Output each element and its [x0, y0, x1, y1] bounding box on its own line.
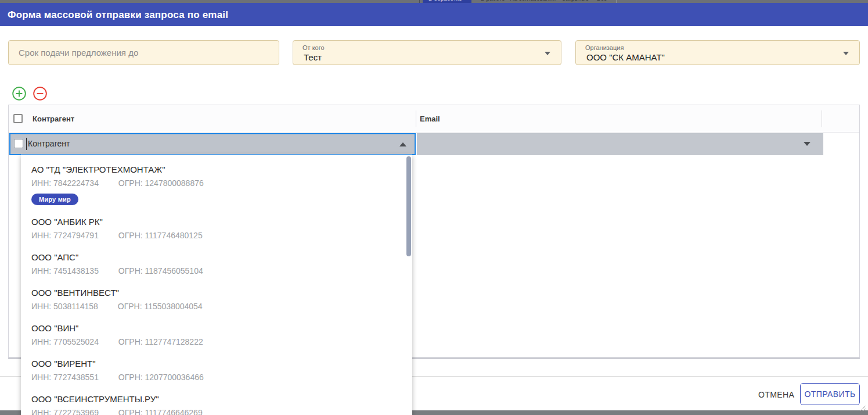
inn-value: ИНН: 7724794791 [31, 231, 99, 240]
ogrn-value: ОГРН: 1155038004054 [118, 302, 203, 311]
company-name: ООО "ВЕНТИНВЕСТ" [31, 287, 395, 298]
status-badge: Миру мир [31, 194, 78, 205]
list-item[interactable]: ООО "ВИН" ИНН: 7705525024 ОГРН: 11277471… [21, 317, 412, 352]
organization-label: Организация [585, 44, 624, 51]
page-title: Форма массовой отправки запроса по email [8, 9, 228, 21]
company-name: ООО "АНБИК РК" [31, 216, 395, 227]
chevron-down-icon[interactable] [545, 52, 550, 55]
company-name: ООО "ВСЕИНСТРУМЕНТЫ.РУ" [31, 393, 395, 405]
from-select[interactable]: От кого Тест [293, 40, 561, 65]
column-divider [416, 110, 416, 127]
remove-row-button[interactable] [33, 86, 48, 101]
list-item[interactable]: АО "ТД "ЭЛЕКТРОТЕХМОНТАЖ" ИНН: 784222473… [21, 158, 412, 210]
organization-value: ООО "СК АМАНАТ" [586, 52, 665, 62]
company-name: АО "ТД "ЭЛЕКТРОТЕХМОНТАЖ" [31, 164, 395, 175]
company-meta: ИНН: 7451438135 ОГРН: 1187456055104 [31, 266, 395, 276]
select-all-checkbox[interactable] [13, 114, 23, 123]
list-item[interactable]: ООО "ВИРЕНТ" ИНН: 7727438551 ОГРН: 12077… [21, 352, 412, 388]
list-item[interactable]: ООО "АНБИК РК" ИНН: 7724794791 ОГРН: 111… [21, 210, 412, 246]
ogrn-value: ОГРН: 1127747128222 [118, 337, 203, 346]
dropdown-scrollbar-thumb[interactable] [406, 156, 411, 256]
ogrn-value: ОГРН: 1117746646269 [118, 408, 203, 415]
row-checkbox[interactable] [14, 139, 23, 148]
company-meta: ИНН: 7724794791 ОГРН: 1117746480125 [31, 230, 395, 241]
company-meta: ИНН: 7842224734 ОГРН: 1247800088876 [31, 178, 395, 188]
inn-value: ИНН: 7451438135 [31, 266, 99, 276]
list-item[interactable]: ООО "ВСЕИНСТРУМЕНТЫ.РУ" ИНН: 7722753969 … [21, 388, 412, 415]
company-meta: ИНН: 7722753969 ОГРН: 1117746646269 [31, 407, 395, 415]
company-name: ООО "АПС" [31, 252, 395, 263]
company-meta: ИНН: 5038114158 ОГРН: 1155038004054 [31, 301, 395, 312]
deadline-field[interactable]: Срок подачи предложения до [8, 40, 279, 65]
mass-email-request-dialog: В обработке В работе На согласовании Зак… [0, 0, 868, 415]
ogrn-value: ОГРН: 1187456055104 [118, 266, 203, 276]
tab-separator [419, 0, 420, 3]
tab-separator [617, 0, 617, 3]
list-item[interactable]: ООО "АПС" ИНН: 7451438135 ОГРН: 11874560… [21, 246, 412, 281]
ogrn-value: ОГРН: 1117746480125 [118, 231, 203, 240]
resize-handle[interactable] [858, 403, 866, 412]
company-meta: ИНН: 7705525024 ОГРН: 1127747128222 [31, 337, 395, 347]
add-row-button[interactable] [12, 86, 27, 101]
tab-closed[interactable]: Закрытые [556, 0, 595, 3]
dialog-title-bar: Форма массовой отправки запроса по email [0, 3, 868, 26]
expand-arrow-icon[interactable] [804, 142, 811, 146]
company-meta: ИНН: 7727438551 ОГРН: 1207700036466 [31, 372, 395, 382]
list-item[interactable]: ООО "ВЕНТИНВЕСТ" ИНН: 5038114158 ОГРН: 1… [21, 281, 412, 317]
resize-grip-icon [858, 403, 866, 412]
organization-select[interactable]: Организация ООО "СК АМАНАТ" [575, 40, 860, 65]
inn-value: ИНН: 7842224734 [31, 178, 99, 188]
company-name: ООО "ВИН" [31, 323, 395, 334]
tab-all[interactable]: Все [591, 0, 613, 3]
column-divider [822, 110, 822, 127]
plus-circle-icon [12, 86, 27, 101]
from-label: От кого [302, 44, 325, 51]
text-caret [26, 138, 27, 150]
ogrn-value: ОГРН: 1207700036466 [118, 373, 204, 382]
cancel-button[interactable]: ОТМЕНА [751, 385, 801, 404]
inn-value: ИНН: 7727438551 [31, 373, 99, 382]
column-header-email: Email [420, 115, 440, 123]
chevron-down-icon[interactable] [843, 52, 849, 55]
minus-circle-icon [33, 86, 48, 101]
tab-in-processing[interactable]: В обработке [423, 0, 471, 3]
deadline-placeholder: Срок подачи предложения до [19, 48, 138, 58]
inn-value: ИНН: 5038114158 [31, 302, 98, 311]
background-tab-strip: В обработке В работе На согласовании Зак… [0, 0, 868, 3]
email-combobox[interactable] [417, 133, 823, 155]
inn-value: ИНН: 7722753969 [31, 408, 99, 415]
collapse-arrow-icon[interactable] [399, 142, 406, 146]
counterparty-combobox[interactable]: Контрагент [9, 133, 416, 155]
tab-on-approval[interactable]: На согласовании [504, 0, 561, 3]
table-header-row: Контрагент Email [9, 105, 859, 133]
from-value: Тест [304, 52, 322, 62]
ogrn-value: ОГРН: 1247800088876 [118, 178, 204, 188]
column-header-counterparty: Контрагент [33, 115, 74, 123]
company-name: ООО "ВИРЕНТ" [31, 358, 395, 369]
counterparty-dropdown-list: АО "ТД "ЭЛЕКТРОТЕХМОНТАЖ" ИНН: 784222473… [21, 155, 412, 415]
counterparty-input-value: Контрагент [28, 139, 70, 148]
submit-button[interactable]: ОТПРАВИТЬ [800, 383, 860, 405]
inn-value: ИНН: 7705525024 [31, 337, 99, 346]
